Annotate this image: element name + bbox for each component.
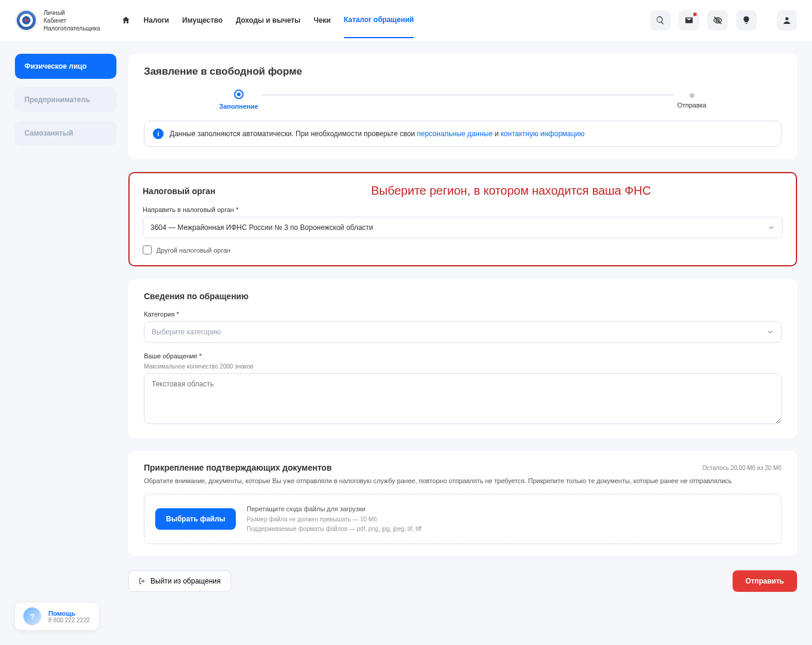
appeal-title: Сведения по обращению xyxy=(144,291,782,301)
tax-org-title: Налоговый орган xyxy=(143,186,216,196)
category-label: Категория * xyxy=(144,311,782,318)
link-contact-info[interactable]: контактную информацию xyxy=(500,130,585,138)
category-select[interactable]: Выберите категорию xyxy=(144,321,782,343)
logo-block[interactable]: Личный Кабинет Налогоплательщика xyxy=(15,9,100,32)
tax-org-select[interactable]: 3604 — Межрайонная ИФНС России № 3 по Во… xyxy=(143,217,783,238)
stepper: Заполнение Отправка xyxy=(216,90,710,110)
send-button[interactable]: Отправить xyxy=(733,570,797,592)
footer-actions: Выйти из обращения Отправить xyxy=(128,569,797,616)
search-icon[interactable] xyxy=(650,10,670,30)
nav-taxes[interactable]: Налоги xyxy=(144,13,170,28)
chevron-down-icon xyxy=(767,328,774,336)
main-content: Заявление в свободной форме Заполнение О… xyxy=(128,41,797,616)
category-placeholder: Выберите категорию xyxy=(152,328,221,336)
top-bar: Личный Кабинет Налогоплательщика Налоги … xyxy=(0,0,812,41)
nav-checks[interactable]: Чеки xyxy=(313,13,331,28)
tax-org-card: Налоговый орган Выберите регион, в котор… xyxy=(128,172,797,266)
step-dot-inactive xyxy=(690,93,694,98)
title-card: Заявление в свободной форме Заполнение О… xyxy=(128,54,797,159)
select-files-button[interactable]: Выбрать файлы xyxy=(155,508,236,530)
chevron-down-icon xyxy=(768,224,775,231)
link-personal-data[interactable]: персональные данные xyxy=(417,130,493,138)
other-org-checkbox[interactable]: Другой налоговый орган xyxy=(143,245,783,254)
sidebar-selfemployed[interactable]: Самозанятый xyxy=(15,121,116,146)
mail-icon[interactable] xyxy=(679,10,699,30)
highlight-message: Выберите регион, в котором находится ваш… xyxy=(239,184,783,198)
message-hint: Максимальное количество 2000 знаков xyxy=(144,363,782,370)
page-title: Заявление в свободной форме xyxy=(144,66,782,78)
help-icon: ? xyxy=(23,607,41,616)
notification-dot xyxy=(693,13,697,16)
tax-org-label: Направить в налоговый орган * xyxy=(143,206,783,213)
help-title: Помощь xyxy=(48,610,90,616)
attach-title: Прикрепление подтверждающих документов xyxy=(144,463,332,472)
logo-text: Личный Кабинет Налогоплательщика xyxy=(44,9,100,32)
top-icons xyxy=(650,10,797,30)
nav-catalog[interactable]: Каталог обращений xyxy=(344,12,414,38)
sidebar-individual[interactable]: Физическое лицо xyxy=(15,54,116,79)
sidebar: Физическое лицо Предприниматель Самозаня… xyxy=(15,41,116,146)
bulb-icon[interactable] xyxy=(736,10,756,30)
attach-remaining: Осталось 20.00 Мб из 20 Мб xyxy=(702,465,782,471)
logo-icon xyxy=(15,9,38,32)
info-text: Данные заполняются автоматически. При не… xyxy=(170,130,417,138)
step-fill: Заполнение xyxy=(216,90,262,110)
dropzone-text: Перетащите сюда файлы для загрузки Разме… xyxy=(247,504,422,534)
avatar-icon[interactable] xyxy=(777,10,797,30)
appeal-card: Сведения по обращению Категория * Выбери… xyxy=(128,280,797,438)
attach-note: Обратите внимание, документы, которые Вы… xyxy=(144,477,782,484)
sidebar-entrepreneur[interactable]: Предприниматель xyxy=(15,87,116,112)
home-icon[interactable] xyxy=(121,16,131,25)
info-icon: i xyxy=(153,128,164,139)
message-label: Ваше обращение * xyxy=(144,352,782,360)
nav-property[interactable]: Имущество xyxy=(182,13,223,28)
attach-card: Прикрепление подтверждающих документов О… xyxy=(128,451,797,556)
exit-button[interactable]: Выйти из обращения xyxy=(128,570,231,592)
message-textarea[interactable] xyxy=(144,373,782,424)
help-widget[interactable]: ? Помощь 8 800 222 2222 xyxy=(15,603,99,616)
dropzone[interactable]: Выбрать файлы Перетащите сюда файлы для … xyxy=(144,494,782,544)
main-nav: Налоги Имущество Доходы и вычеты Чеки Ка… xyxy=(121,2,414,38)
other-org-input[interactable] xyxy=(143,245,152,254)
nav-income[interactable]: Доходы и вычеты xyxy=(236,13,300,28)
step-send: Отправка xyxy=(673,91,710,109)
visibility-icon[interactable] xyxy=(708,10,728,30)
info-banner: i Данные заполняются автоматически. При … xyxy=(144,121,782,147)
tax-org-value: 3604 — Межрайонная ИФНС России № 3 по Во… xyxy=(150,223,373,232)
exit-icon xyxy=(139,578,146,585)
step-dot-active xyxy=(234,90,244,99)
